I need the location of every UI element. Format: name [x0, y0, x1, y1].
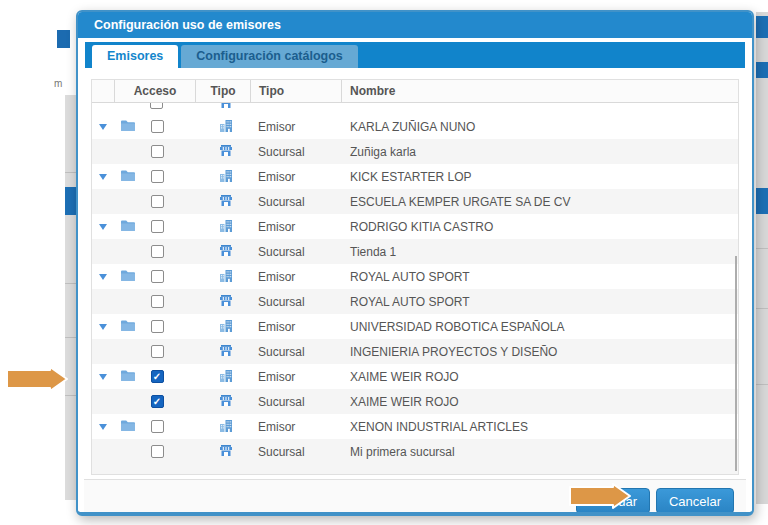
- acceso-checkbox[interactable]: [151, 345, 164, 358]
- table-header: Acceso Tipo Tipo Nombre: [92, 80, 738, 103]
- table-row[interactable]: Emisor XENON INDUSTRIAL ARTICLES: [92, 414, 738, 439]
- collapse-triangle-icon[interactable]: [99, 424, 107, 430]
- acceso-checkbox[interactable]: [151, 220, 164, 233]
- header-tipo-icon: Tipo: [196, 80, 251, 102]
- store-icon: [219, 194, 233, 210]
- building-icon: [219, 169, 233, 185]
- acceso-checkbox[interactable]: [151, 395, 164, 408]
- collapse-triangle-icon[interactable]: [99, 174, 107, 180]
- table-body: Emisor KARLA ZUÑIGA NUNO Sucursal Zuñiga…: [92, 114, 738, 464]
- store-icon: [219, 344, 233, 360]
- tab-emisores[interactable]: Emisores: [92, 45, 178, 68]
- store-icon: [219, 144, 233, 160]
- bg-page-fragment-text: m: [54, 78, 61, 89]
- tipo-label: Sucursal: [258, 445, 305, 459]
- acceso-checkbox[interactable]: [151, 320, 164, 333]
- header-tipo: Tipo: [251, 80, 342, 102]
- tipo-label: Sucursal: [258, 145, 305, 159]
- collapse-triangle-icon[interactable]: [99, 224, 107, 230]
- nombre-label: Mi primera sucursal: [350, 445, 455, 459]
- nombre-label: ROYAL AUTO SPORT: [350, 295, 470, 309]
- nombre-label: RODRIGO KITIA CASTRO: [350, 220, 493, 234]
- folder-icon: [120, 119, 136, 135]
- acceso-checkbox[interactable]: [151, 270, 164, 283]
- table-row[interactable]: Sucursal Zuñiga karla: [92, 139, 738, 164]
- collapse-triangle-icon[interactable]: [99, 124, 107, 130]
- table-row[interactable]: Sucursal Mi primera sucursal: [92, 439, 738, 464]
- acceso-checkbox[interactable]: [151, 295, 164, 308]
- tipo-label: Emisor: [258, 370, 295, 384]
- annotation-arrow-row: [6, 366, 68, 392]
- config-emisores-dialog: Configuración uso de emisores Emisores C…: [76, 10, 754, 516]
- vertical-scrollbar[interactable]: [735, 256, 737, 471]
- folder-icon: [120, 269, 136, 285]
- nombre-label: ESCUELA KEMPER URGATE SA DE CV: [350, 195, 571, 209]
- tipo-label: Emisor: [258, 120, 295, 134]
- tipo-label: Emisor: [258, 320, 295, 334]
- emisores-table: Acceso Tipo Tipo Nombre: [91, 79, 739, 475]
- collapse-triangle-icon[interactable]: [99, 274, 107, 280]
- tab-bar: Emisores Configuración catálogos: [85, 42, 745, 68]
- table-row[interactable]: Emisor RODRIGO KITIA CASTRO: [92, 214, 738, 239]
- tipo-label: Emisor: [258, 270, 295, 284]
- folder-icon: [120, 419, 136, 435]
- store-icon: [219, 103, 233, 113]
- header-expander: [92, 80, 115, 102]
- folder-icon: [120, 319, 136, 335]
- store-icon: [219, 244, 233, 260]
- bg-page-block: [57, 30, 70, 48]
- table-row[interactable]: Sucursal INGENIERIA PROYECTOS Y DISEÑO: [92, 339, 738, 364]
- acceso-checkbox[interactable]: [151, 420, 164, 433]
- table-row[interactable]: Emisor KICK ESTARTER LOP: [92, 164, 738, 189]
- collapse-triangle-icon[interactable]: [99, 374, 107, 380]
- cancel-button[interactable]: Cancelar: [656, 488, 734, 514]
- collapse-triangle-icon[interactable]: [99, 324, 107, 330]
- store-icon: [219, 394, 233, 410]
- store-icon: [219, 294, 233, 310]
- nombre-label: KICK ESTARTER LOP: [350, 170, 472, 184]
- building-icon: [219, 219, 233, 235]
- nombre-label: Tienda 1: [350, 245, 396, 259]
- folder-icon: [120, 369, 136, 385]
- acceso-checkbox[interactable]: [150, 103, 163, 109]
- dialog-title: Configuración uso de emisores: [78, 12, 752, 38]
- table-row[interactable]: Emisor ROYAL AUTO SPORT: [92, 264, 738, 289]
- tipo-label: Sucursal: [258, 395, 305, 409]
- table-row[interactable]: Emisor KARLA ZUÑIGA NUNO: [92, 114, 738, 139]
- store-icon: [219, 444, 233, 460]
- table-row[interactable]: Sucursal ROYAL AUTO SPORT: [92, 289, 738, 314]
- building-icon: [219, 119, 233, 135]
- folder-icon: [120, 169, 136, 185]
- acceso-checkbox[interactable]: [151, 170, 164, 183]
- tipo-label: Sucursal: [258, 245, 305, 259]
- building-icon: [219, 369, 233, 385]
- table-row[interactable]: Sucursal ESCUELA KEMPER URGATE SA DE CV: [92, 189, 738, 214]
- nombre-label: Zuñiga karla: [350, 145, 416, 159]
- header-acceso: Acceso: [115, 80, 196, 102]
- nombre-label: XENON INDUSTRIAL ARTICLES: [350, 420, 528, 434]
- table-row[interactable]: Emisor XAIME WEIR ROJO: [92, 364, 738, 389]
- tab-configuracion-catalogos[interactable]: Configuración catálogos: [181, 45, 358, 68]
- nombre-label: XAIME WEIR ROJO: [350, 370, 459, 384]
- dialog-footer: Guardar Cancelar: [84, 479, 746, 516]
- acceso-checkbox[interactable]: [151, 195, 164, 208]
- table-filler-stripe: [92, 464, 738, 474]
- nombre-label: KARLA ZUÑIGA NUNO: [350, 120, 475, 134]
- table-row[interactable]: Emisor UNIVERSIDAD ROBOTICA ESPAÑOLA: [92, 314, 738, 339]
- building-icon: [219, 269, 233, 285]
- acceso-checkbox[interactable]: [151, 245, 164, 258]
- annotation-arrow-save: [569, 483, 631, 509]
- table-row[interactable]: Sucursal XAIME WEIR ROJO: [92, 389, 738, 414]
- building-icon: [219, 319, 233, 335]
- folder-icon: [120, 219, 136, 235]
- partial-scrolled-row: [92, 103, 738, 114]
- nombre-label: UNIVERSIDAD ROBOTICA ESPAÑOLA: [350, 320, 565, 334]
- tipo-label: Emisor: [258, 220, 295, 234]
- table-row[interactable]: Sucursal Tienda 1: [92, 239, 738, 264]
- acceso-checkbox[interactable]: [151, 370, 164, 383]
- header-nombre: Nombre: [342, 80, 738, 102]
- nombre-label: XAIME WEIR ROJO: [350, 395, 459, 409]
- acceso-checkbox[interactable]: [151, 120, 164, 133]
- acceso-checkbox[interactable]: [151, 445, 164, 458]
- acceso-checkbox[interactable]: [151, 145, 164, 158]
